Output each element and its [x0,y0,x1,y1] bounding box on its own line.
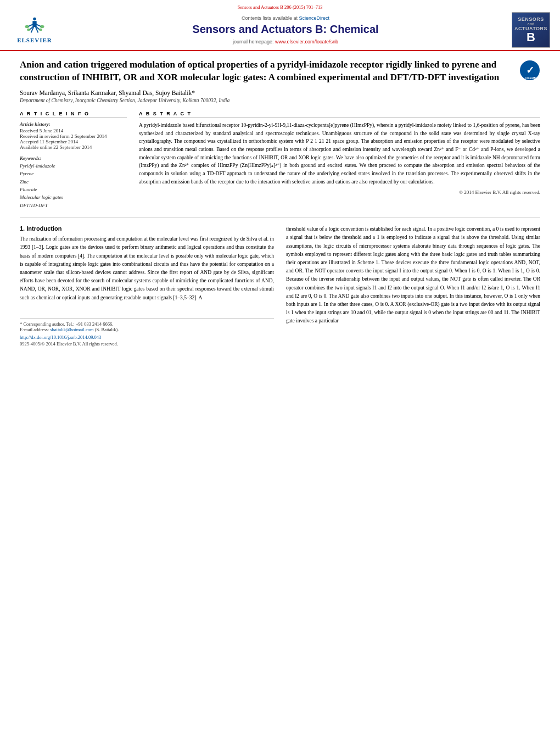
badge-and: and [528,22,534,26]
received-date: Received 5 June 2014 [20,128,127,133]
sensors-actuators-badge: SENSORS and ACTUATORS B [512,12,550,48]
keyword-3: Zinc [20,178,127,186]
article-title-block: Anion and cation triggered modulation of… [20,59,540,84]
badge-sensors: SENSORS [518,16,544,22]
elsevier-logo: ELSEVIER [10,16,59,44]
article-content: Anion and cation triggered modulation of… [0,51,560,352]
available-online-date: Available online 22 September 2014 [20,144,127,150]
abstract-column: A B S T R A C T A pyridyl-imidazole base… [139,111,540,209]
elsevier-tree-icon [21,16,48,36]
email-address[interactable]: sbaitalik@hotmail.com [50,327,93,332]
keyword-5: Molecular logic gates [20,193,127,201]
received-revised-date: Received in revised form 2 September 201… [20,133,127,139]
intro-left-text: The realization of information processin… [20,235,274,302]
accepted-date: Accepted 11 September 2014 [20,139,127,144]
badge-letter: B [527,31,535,43]
email-name: (S. Baitalik). [95,327,119,332]
svg-text:CrossMark: CrossMark [525,76,539,80]
email-label: E-mail address: [20,327,49,332]
journal-title: Sensors and Actuators B: Chemical [59,23,512,36]
keyword-1: Pyridyl-imidazole [20,162,127,170]
affiliation: Department of Chemistry, Inorganic Chemi… [20,98,540,103]
svg-rect-0 [33,18,36,21]
history-label: Article history: [20,121,127,127]
crossmark-icon[interactable]: ✓ CrossMark [519,60,540,81]
corresponding-author: * Corresponding author. Tel.: +91 033 24… [20,321,274,327]
homepage-url[interactable]: www.elsevier.com/locate/snb [275,39,338,44]
keyword-6: DFT/TD-DFT [20,202,127,209]
abstract-copyright: © 2014 Elsevier B.V. All rights reserved… [139,189,540,195]
doi-text[interactable]: http://dx.doi.org/10.1016/j.snb.2014.09.… [20,334,274,340]
journal-homepage: journal homepage: www.elsevier.com/locat… [59,39,512,44]
intro-right-text: threshold value of a logic convention is… [286,225,540,325]
svg-point-11 [39,29,42,31]
citation-text: Sensors and Actuators B 206 (2015) 701–7… [0,4,560,10]
body-left-column: 1. Introduction The realization of infor… [20,225,274,347]
page: Sensors and Actuators B 206 (2015) 701–7… [0,0,560,742]
keywords-label: Keywords: [20,155,127,161]
body-right-column: threshold value of a logic convention is… [286,225,540,347]
section-1-heading: 1. Introduction [20,225,274,232]
abstract-text: A pyridyl-imidazole based bifunctional r… [139,121,540,186]
sciencedirect-link[interactable]: ScienceDirect [299,15,330,21]
keywords-list: Pyridyl-imidazole Pyrene Zinc Fluoride M… [20,162,127,209]
header-middle: ELSEVIER Contents lists available at Sci… [0,12,560,48]
footnote-area: * Corresponding author. Tel.: +91 033 24… [20,319,274,332]
svg-point-8 [25,25,29,29]
section-divider [20,217,540,217]
journal-header: Sensors and Actuators B 206 (2015) 701–7… [0,0,560,51]
elsevier-wordmark: ELSEVIER [17,37,52,43]
abstract-header: A B S T R A C T [139,111,540,118]
article-info-column: A R T I C L E I N F O Article history: R… [20,111,127,209]
body-columns: 1. Introduction The realization of infor… [20,225,540,347]
email-line: E-mail address: sbaitalik@hotmail.com (S… [20,327,274,332]
svg-point-10 [27,29,30,31]
svg-text:✓: ✓ [526,65,534,76]
authors: Sourav Mardanya, Srikanta Karmakar, Shya… [20,90,540,96]
article-info-header: A R T I C L E I N F O [20,111,127,118]
article-title-text: Anion and cation triggered modulation of… [20,59,514,84]
journal-title-block: Contents lists available at ScienceDirec… [59,15,512,44]
issn-text: 0925-4005/© 2014 Elsevier B.V. All right… [20,341,274,347]
svg-point-9 [40,25,44,29]
keyword-4: Fluoride [20,186,127,193]
keyword-2: Pyrene [20,170,127,177]
info-abstract-columns: A R T I C L E I N F O Article history: R… [20,111,540,209]
contents-note: Contents lists available at ScienceDirec… [59,15,512,21]
